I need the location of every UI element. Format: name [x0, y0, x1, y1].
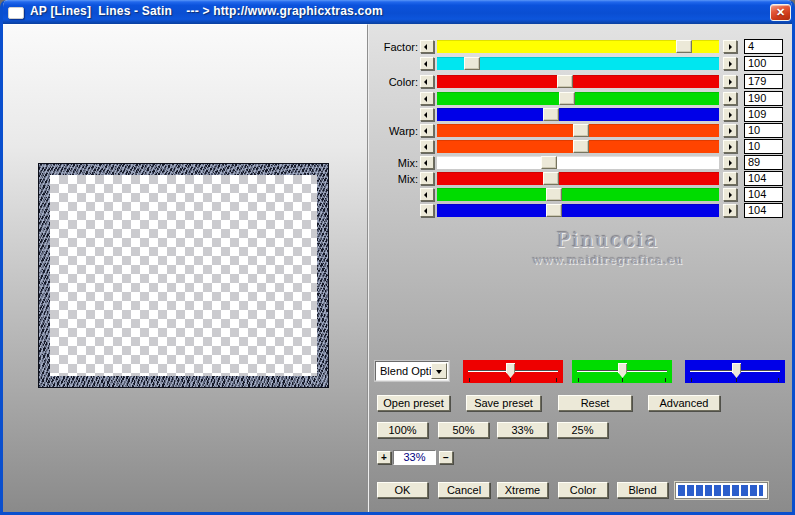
slider-row: Color: 179: [3, 75, 792, 91]
slider-thumb[interactable]: [546, 204, 562, 217]
slider-value-box[interactable]: 10: [744, 139, 783, 154]
slider-right-arrow-button[interactable]: [723, 92, 737, 105]
slider-thumb[interactable]: [543, 172, 559, 185]
slider-thumb[interactable]: [573, 124, 589, 137]
open-preset-button[interactable]: Open preset: [377, 395, 450, 411]
zoom-in-button[interactable]: +: [377, 451, 391, 464]
cancel-button[interactable]: Cancel: [438, 482, 490, 498]
slider-thumb[interactable]: [541, 156, 557, 169]
preview-33pct-button[interactable]: 33%: [497, 422, 548, 438]
slider-label: Mix:: [303, 157, 418, 169]
red-channel-trackbar[interactable]: [463, 360, 563, 383]
dropdown-arrow-button[interactable]: [431, 363, 447, 379]
slider-thumb[interactable]: [676, 40, 692, 53]
trackbar-thumb[interactable]: [618, 363, 627, 378]
slider-left-arrow-button[interactable]: [420, 75, 434, 88]
slider-value-box[interactable]: 104: [744, 171, 783, 186]
arrow-left-icon: [424, 128, 427, 134]
slider-left-arrow-button[interactable]: [420, 124, 434, 137]
slider-track[interactable]: [437, 188, 719, 201]
reset-button[interactable]: Reset: [558, 395, 632, 411]
slider-thumb[interactable]: [546, 188, 562, 201]
slider-right-arrow-button[interactable]: [723, 124, 737, 137]
arrow-left-icon: [424, 144, 427, 150]
advanced-button[interactable]: Advanced: [648, 395, 720, 411]
slider-track[interactable]: [437, 156, 719, 169]
slider-value-box[interactable]: 104: [744, 203, 783, 218]
slider-left-arrow-button[interactable]: [420, 92, 434, 105]
slider-track[interactable]: [437, 40, 719, 53]
slider-track[interactable]: [437, 124, 719, 137]
slider-value-box[interactable]: 190: [744, 91, 783, 106]
slider-right-arrow-button[interactable]: [723, 140, 737, 153]
slider-left-arrow-button[interactable]: [420, 188, 434, 201]
zoom-out-button[interactable]: −: [439, 451, 453, 464]
slider-thumb[interactable]: [559, 92, 575, 105]
arrow-left-icon: [424, 79, 427, 85]
ok-button[interactable]: OK: [377, 482, 428, 498]
slider-value-box[interactable]: 179: [744, 74, 783, 89]
slider-left-arrow-button[interactable]: [420, 40, 434, 53]
green-channel-trackbar[interactable]: [572, 360, 672, 383]
slider-track[interactable]: [437, 204, 719, 217]
arrow-left-icon: [424, 192, 427, 198]
save-preset-button[interactable]: Save preset: [466, 395, 541, 411]
arrow-left-icon: [424, 160, 427, 166]
slider-right-arrow-button[interactable]: [723, 204, 737, 217]
slider-right-arrow-button[interactable]: [723, 57, 737, 70]
slider-thumb[interactable]: [573, 140, 589, 153]
slider-row: Warp: 10: [3, 124, 792, 140]
slider-left-arrow-button[interactable]: [420, 140, 434, 153]
slider-left-arrow-button[interactable]: [420, 156, 434, 169]
slider-row: Mix: 104: [3, 172, 792, 188]
slider-track[interactable]: [437, 172, 719, 185]
xtreme-button[interactable]: Xtreme: [497, 482, 548, 498]
blend-button[interactable]: Blend: [617, 482, 668, 498]
arrow-left-icon: [424, 112, 427, 118]
slider-left-arrow-button[interactable]: [420, 172, 434, 185]
progress-segment: [750, 485, 757, 496]
slider-label: Warp:: [303, 125, 418, 137]
preview-25pct-button[interactable]: 25%: [557, 422, 608, 438]
chevron-down-icon: [436, 370, 442, 374]
slider-value-box[interactable]: 89: [744, 155, 783, 170]
slider-value-box[interactable]: 100: [744, 56, 783, 71]
slider-track[interactable]: [437, 57, 719, 70]
arrow-right-icon: [729, 176, 732, 182]
trackbar-thumb[interactable]: [506, 363, 515, 378]
slider-track[interactable]: [437, 75, 719, 88]
slider-value-box[interactable]: 109: [744, 107, 783, 122]
slider-left-arrow-button[interactable]: [420, 108, 434, 121]
slider-row: 109: [3, 108, 792, 124]
slider-right-arrow-button[interactable]: [723, 40, 737, 53]
slider-right-arrow-button[interactable]: [723, 108, 737, 121]
slider-right-arrow-button[interactable]: [723, 172, 737, 185]
slider-value-box[interactable]: 10: [744, 123, 783, 138]
arrow-right-icon: [729, 96, 732, 102]
slider-track[interactable]: [437, 140, 719, 153]
arrow-right-icon: [729, 208, 732, 214]
slider-thumb[interactable]: [557, 75, 573, 88]
slider-right-arrow-button[interactable]: [723, 75, 737, 88]
slider-track[interactable]: [437, 108, 719, 121]
trackbar-thumb[interactable]: [732, 363, 741, 378]
slider-left-arrow-button[interactable]: [420, 57, 434, 70]
progress-segment: [696, 485, 703, 496]
titlebar[interactable]: AP [Lines] Lines - Satin --- > http://ww…: [3, 0, 792, 24]
slider-value-box[interactable]: 4: [744, 39, 783, 54]
slider-right-arrow-button[interactable]: [723, 188, 737, 201]
blue-channel-trackbar[interactable]: [685, 360, 785, 383]
slider-value-box[interactable]: 104: [744, 187, 783, 202]
close-button[interactable]: ✕: [770, 4, 791, 21]
color-button[interactable]: Color: [558, 482, 608, 498]
arrow-left-icon: [424, 44, 427, 50]
preview-100pct-button[interactable]: 100%: [377, 422, 428, 438]
slider-right-arrow-button[interactable]: [723, 156, 737, 169]
slider-track[interactable]: [437, 92, 719, 105]
slider-left-arrow-button[interactable]: [420, 204, 434, 217]
preview-50pct-button[interactable]: 50%: [438, 422, 489, 438]
blend-options-dropdown[interactable]: Blend Opti: [375, 361, 449, 381]
slider-thumb[interactable]: [543, 108, 559, 121]
arrow-right-icon: [729, 128, 732, 134]
slider-thumb[interactable]: [464, 57, 480, 70]
